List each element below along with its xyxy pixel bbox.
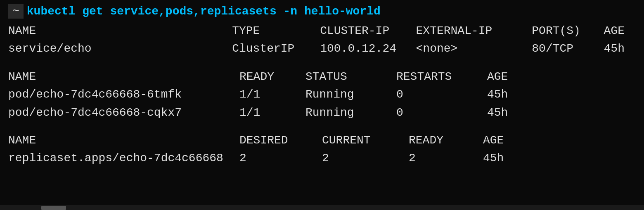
service-name: service/echo xyxy=(8,40,232,57)
rs-col-name-header: NAME xyxy=(8,131,239,149)
pods-col-status-header: STATUS xyxy=(305,68,396,86)
services-header-row: NAMETYPECLUSTER-IPEXTERNAL-IPPORT(S)AGE xyxy=(8,22,636,40)
rs-0-desired: 2 xyxy=(239,149,322,167)
pod-0-ready: 1/1 xyxy=(239,86,305,103)
service-type: ClusterIP xyxy=(232,40,320,57)
pod-0-age: 45h xyxy=(487,86,520,103)
services-col-external-ip-header: EXTERNAL-IP xyxy=(416,22,532,40)
rs-0-current: 2 xyxy=(322,149,409,167)
pod-0-restarts: 0 xyxy=(396,86,487,103)
replicaset-row-0: replicaset.apps/echo-7dc4c6666822245h xyxy=(8,149,636,167)
pod-1-status: Running xyxy=(305,104,396,122)
tilde-indicator: ~ xyxy=(8,4,24,19)
services-col-cluster-ip-header: CLUSTER-IP xyxy=(320,22,416,40)
rs-0-ready: 2 xyxy=(409,149,483,167)
service-age: 45h xyxy=(604,40,636,57)
pod-1-ready: 1/1 xyxy=(239,104,305,122)
pods-col-age-header: AGE xyxy=(487,68,520,86)
service-ports: 80/TCP xyxy=(532,40,604,57)
pod-1-name: pod/echo-7dc4c66668-cqkx7 xyxy=(8,104,239,122)
command-text: kubectl get service,pods,replicasets -n … xyxy=(27,5,381,18)
pods-col-ready-header: READY xyxy=(239,68,305,86)
services-col-type-header: TYPE xyxy=(232,22,320,40)
replicasets-header-row: NAMEDESIREDCURRENTREADYAGE xyxy=(8,131,636,149)
scrollbar-area[interactable] xyxy=(0,205,644,210)
rs-0-name: replicaset.apps/echo-7dc4c66668 xyxy=(8,149,239,167)
rs-col-age-header: AGE xyxy=(483,131,516,149)
spacer-1 xyxy=(8,58,636,66)
pod-1-restarts: 0 xyxy=(396,104,487,122)
pods-col-name-header: NAME xyxy=(8,68,239,86)
services-col-age-header: AGE xyxy=(604,22,636,40)
rs-0-age: 45h xyxy=(483,149,516,167)
pods-header-row: NAMEREADYSTATUSRESTARTSAGE xyxy=(8,68,636,86)
pods-col-restarts-header: RESTARTS xyxy=(396,68,487,86)
services-section: NAMETYPECLUSTER-IPEXTERNAL-IPPORT(S)AGE … xyxy=(8,22,636,58)
pod-row-0: pod/echo-7dc4c66668-6tmfk1/1Running045h xyxy=(8,86,636,103)
replicasets-section: NAMEDESIREDCURRENTREADYAGE replicaset.ap… xyxy=(8,131,636,167)
rs-col-current-header: CURRENT xyxy=(322,131,409,149)
terminal-window: ~ kubectl get service,pods,replicasets -… xyxy=(0,0,644,210)
rs-col-desired-header: DESIRED xyxy=(239,131,322,149)
service-row: service/echoClusterIP100.0.12.24<none>80… xyxy=(8,40,636,57)
pod-1-age: 45h xyxy=(487,104,520,122)
pod-0-name: pod/echo-7dc4c66668-6tmfk xyxy=(8,86,239,103)
prompt-line: ~ kubectl get service,pods,replicasets -… xyxy=(8,4,636,19)
services-col-ports-header: PORT(S) xyxy=(532,22,604,40)
scrollbar-thumb[interactable] xyxy=(41,206,66,210)
pod-0-status: Running xyxy=(305,86,396,103)
pod-row-1: pod/echo-7dc4c66668-cqkx71/1Running045h xyxy=(8,104,636,122)
services-col-name-header: NAME xyxy=(8,22,232,40)
service-cluster-ip: 100.0.12.24 xyxy=(320,40,416,57)
spacer-2 xyxy=(8,122,636,130)
rs-col-ready-header: READY xyxy=(409,131,483,149)
service-external-ip: <none> xyxy=(416,40,532,57)
pods-section: NAMEREADYSTATUSRESTARTSAGE pod/echo-7dc4… xyxy=(8,68,636,122)
